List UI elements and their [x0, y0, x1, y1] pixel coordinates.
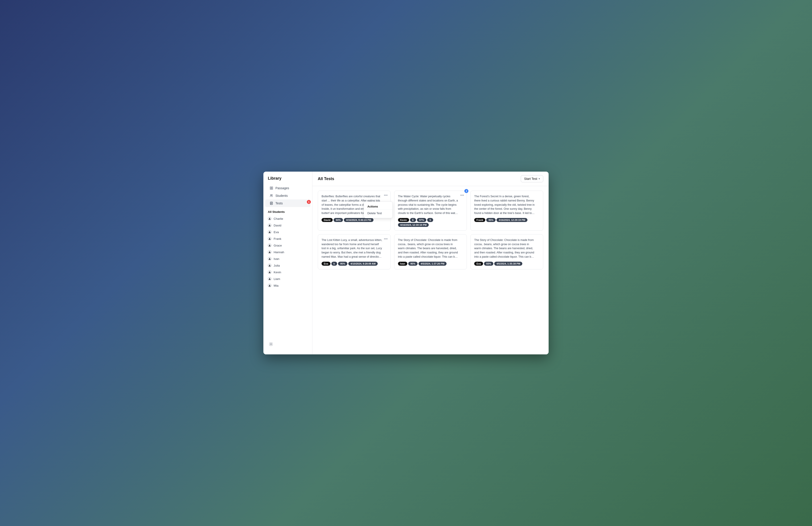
student-name-mia: Mia [274, 284, 278, 287]
student-name-charlie: Charlie [274, 217, 283, 221]
file-icon [270, 201, 273, 205]
student-name-julia: Julia [274, 264, 280, 267]
student-avatar-mia [268, 284, 272, 287]
sidebar-bottom [263, 338, 312, 350]
tag-date-4: 4/10/2024, 9:28:09 AM [348, 262, 378, 266]
sidebar-item-ivan[interactable]: Ivan [263, 255, 312, 262]
student-name-kevin: Kevin [274, 271, 281, 274]
student-avatar-kevin [268, 270, 272, 274]
test-card-2[interactable]: ••• 2 The Water Cycle: Water perpetually… [394, 190, 467, 231]
tag-k-4: k [331, 262, 337, 266]
student-name-eva: Eva [274, 230, 279, 234]
tag-date-1: 4/16/2024, 9:46:24 PM [344, 218, 374, 222]
student-avatar-liam [268, 277, 272, 281]
students-label: Students [275, 194, 288, 198]
student-name-liam: Liam [274, 277, 280, 281]
sidebar-item-liam[interactable]: Liam [263, 275, 312, 282]
svg-point-4 [271, 195, 272, 196]
student-avatar-eva [268, 230, 272, 234]
student-avatar-david [268, 224, 272, 227]
student-avatar-hannah [268, 250, 272, 254]
sidebar: Library Passages [263, 172, 313, 354]
tag-score-5: 95% [408, 262, 418, 266]
tag-name-eva-2: Eva [474, 262, 483, 266]
tests-grid: ••• Actions Delete Test Butterflies: But… [313, 186, 549, 354]
sidebar-item-charlie[interactable]: Charlie [263, 215, 312, 222]
tag-date-3: 4/16/2024, 12:29:19 PM [496, 218, 527, 222]
test-card-3[interactable]: The Forest's Secret In a dense, green fo… [470, 190, 543, 231]
context-menu-delete-test[interactable]: Delete Test [364, 210, 392, 217]
test-card-5[interactable]: The Story of Chocolate: Chocolate is mad… [394, 234, 467, 269]
test-card-4[interactable]: ••• The Lost Kitten Lucy, a small, adven… [318, 234, 391, 269]
start-test-label: Start Test [524, 177, 537, 181]
sidebar-item-passages[interactable]: Passages [265, 184, 310, 192]
sidebar-item-julia[interactable]: Julia [263, 262, 312, 269]
sidebar-item-mia[interactable]: Mia [263, 282, 312, 289]
test-card-footer-1: David 94% 4/16/2024, 9:46:24 PM [321, 218, 387, 222]
settings-button[interactable] [268, 341, 274, 347]
all-students-section-title: All Students [263, 207, 312, 215]
test-card-text-3: The Forest's Secret In a dense, green fo… [474, 194, 539, 215]
card-menu-icon-4[interactable]: ••• [384, 237, 388, 241]
student-name-ivan: Ivan [274, 257, 279, 260]
tag-score-1: 94% [334, 218, 343, 222]
tag-score-6: 93% [484, 262, 493, 266]
start-test-button[interactable]: Start Test ▾ [521, 175, 543, 182]
main-header: All Tests Start Test ▾ [313, 172, 549, 186]
student-avatar-julia [268, 264, 272, 267]
sidebar-title: Library [263, 176, 312, 184]
card-menu-icon-2[interactable]: ••• [460, 194, 464, 197]
tag-name-frank: Frank [474, 218, 485, 222]
test-card-6[interactable]: The Story of Chocolate: Chocolate is mad… [470, 234, 543, 269]
test-card-footer-5: Ivan 95% 4/5/2024, 1:37:26 PM [398, 262, 463, 266]
tag-name-eva-1: Eva [321, 262, 331, 266]
users-icon [270, 194, 273, 198]
tag-date-6: 4/5/2024, 1:35:38 PM [494, 262, 522, 266]
student-avatar-charlie [268, 217, 272, 221]
sidebar-item-kevin[interactable]: Kevin [263, 269, 312, 275]
tag-date-2: 4/16/2024, 12:30:10 PM [398, 223, 429, 227]
student-avatar-grace [268, 244, 272, 247]
svg-point-21 [271, 344, 272, 345]
svg-rect-2 [270, 188, 271, 189]
context-menu: Actions Delete Test [364, 201, 393, 218]
sidebar-item-students[interactable]: Students [265, 192, 310, 199]
test-card-text-5: The Story of Chocolate: Chocolate is mad… [398, 238, 463, 259]
tests-badge: 1 [307, 200, 311, 204]
test-card-footer-6: Eva 93% 4/5/2024, 1:35:38 PM [474, 262, 539, 266]
student-avatar-ivan [268, 257, 272, 260]
context-menu-header: Actions [364, 203, 392, 210]
sidebar-item-hannah[interactable]: Hannah [263, 249, 312, 255]
tag-s-2: S [427, 218, 433, 222]
passages-label: Passages [275, 186, 289, 190]
tag-name-kevin: Kevin [398, 218, 409, 222]
tag-date-5: 4/5/2024, 1:37:26 PM [419, 262, 447, 266]
tests-label: Tests [275, 201, 283, 205]
sidebar-item-david[interactable]: David [263, 222, 312, 229]
tag-score-3: 95% [486, 218, 496, 222]
test-card-text-6: The Story of Chocolate: Chocolate is mad… [474, 238, 539, 259]
sidebar-item-frank[interactable]: Frank [263, 236, 312, 242]
tag-score-4: 95% [338, 262, 347, 266]
tag-name-ivan: Ivan [398, 262, 407, 266]
sidebar-item-eva[interactable]: Eva [263, 229, 312, 236]
chevron-down-icon: ▾ [539, 177, 540, 180]
student-avatar-frank [268, 237, 272, 241]
test-card-text-4: The Lost Kitten Lucy, a small, adventuro… [321, 238, 387, 259]
card-badge-2: 2 [464, 189, 468, 193]
student-name-hannah: Hannah [274, 251, 284, 254]
test-card-footer-4: Eva k 95% 4/10/2024, 9:28:09 AM [321, 262, 387, 266]
tag-name-david: David [321, 218, 333, 222]
test-card-footer-3: Frank 95% 4/16/2024, 12:29:19 PM [474, 218, 539, 222]
student-name-david: David [274, 224, 281, 227]
page-title: All Tests [318, 176, 334, 181]
test-card-1[interactable]: ••• Actions Delete Test Butterflies: But… [318, 190, 391, 231]
tag-score-2: 97% [417, 218, 426, 222]
card-menu-icon-1[interactable]: ••• [384, 194, 388, 197]
sidebar-item-tests[interactable]: Tests 1 [265, 199, 310, 207]
main-content: All Tests Start Test ▾ ••• Actions Delet… [313, 172, 549, 354]
app-window: Library Passages [263, 172, 549, 354]
tag-e-2: E [410, 218, 416, 222]
test-card-footer-2: Kevin E 97% S 4/16/2024, 12:30:10 PM [398, 218, 463, 227]
sidebar-item-grace[interactable]: Grace [263, 242, 312, 249]
